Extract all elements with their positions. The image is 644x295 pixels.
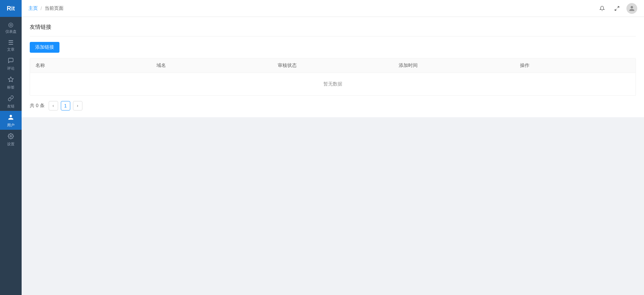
sidebar: Rit ◎ 仪表盘 ☰ 文章 评论 标签 友链: [0, 0, 22, 295]
sidebar-item-comments[interactable]: 评论: [0, 54, 22, 73]
svg-marker-0: [8, 77, 14, 82]
pagination-next-button[interactable]: ›: [73, 101, 82, 110]
fullscreen-button[interactable]: [612, 3, 622, 14]
table-header: 名称 域名 审核状态 添加时间 操作: [30, 58, 636, 73]
sidebar-item-dashboard[interactable]: ◎ 仪表盘: [0, 18, 22, 36]
logo-text: Rit: [7, 5, 15, 12]
users-icon: [8, 114, 14, 121]
content-area: 友情链接 添加链接 名称 域名 审核状态 添加时间 操作 暂无数据 共 0 条 …: [22, 17, 644, 295]
add-link-button[interactable]: 添加链接: [30, 42, 59, 53]
notification-button[interactable]: [597, 3, 608, 14]
svg-point-1: [10, 136, 12, 137]
main-area: 主页 / 当前页面: [22, 0, 644, 295]
table: 名称 域名 审核状态 添加时间 操作 暂无数据: [30, 58, 636, 96]
sidebar-label-users: 用户: [7, 123, 15, 128]
table-col-actions: 操作: [515, 58, 636, 73]
user-avatar[interactable]: [626, 3, 637, 14]
articles-icon: ☰: [8, 40, 14, 46]
friends-icon: [8, 95, 14, 102]
table-col-created-at: 添加时间: [393, 58, 514, 73]
avatar-icon: [629, 5, 635, 11]
sidebar-item-articles[interactable]: ☰ 文章: [0, 36, 22, 54]
table-body: 暂无数据: [30, 73, 636, 95]
table-col-name: 名称: [30, 58, 151, 73]
svg-line-3: [615, 9, 617, 10]
sidebar-logo: Rit: [0, 0, 22, 17]
sidebar-item-friends[interactable]: 友链: [0, 92, 22, 111]
table-col-domain: 域名: [151, 58, 272, 73]
breadcrumb: 主页 / 当前页面: [28, 5, 64, 11]
fullscreen-icon: [614, 6, 620, 11]
settings-icon: [8, 133, 14, 140]
header-actions: [597, 3, 637, 14]
breadcrumb-home[interactable]: 主页: [28, 5, 38, 11]
sidebar-item-users[interactable]: 用户: [0, 111, 22, 130]
sidebar-label-tags: 标签: [7, 85, 15, 90]
sidebar-label-dashboard: 仪表盘: [5, 29, 17, 34]
pagination-current-page[interactable]: 1: [61, 101, 70, 110]
comments-icon: [8, 57, 14, 65]
sidebar-label-friends: 友链: [7, 104, 15, 109]
breadcrumb-current: 当前页面: [45, 5, 64, 11]
pagination: 共 0 条 ‹ 1 ›: [30, 101, 636, 110]
page-card: 友情链接 添加链接 名称 域名 审核状态 添加时间 操作 暂无数据 共 0 条 …: [22, 17, 644, 117]
bell-icon: [599, 6, 605, 11]
sidebar-item-settings[interactable]: 设置: [0, 130, 22, 149]
svg-line-2: [617, 6, 619, 8]
dashboard-icon: ◎: [8, 22, 14, 28]
header: 主页 / 当前页面: [22, 0, 644, 17]
sidebar-label-comments: 评论: [7, 66, 15, 71]
sidebar-label-articles: 文章: [7, 47, 15, 52]
table-col-status: 审核状态: [272, 58, 393, 73]
breadcrumb-separator: /: [41, 6, 42, 11]
pagination-prev-button[interactable]: ‹: [49, 101, 58, 110]
page-title: 友情链接: [30, 24, 636, 36]
sidebar-item-tags[interactable]: 标签: [0, 73, 22, 92]
empty-text: 暂无数据: [323, 73, 342, 95]
tags-icon: [8, 76, 14, 83]
pagination-total: 共 0 条: [30, 103, 45, 109]
sidebar-label-settings: 设置: [7, 142, 15, 147]
